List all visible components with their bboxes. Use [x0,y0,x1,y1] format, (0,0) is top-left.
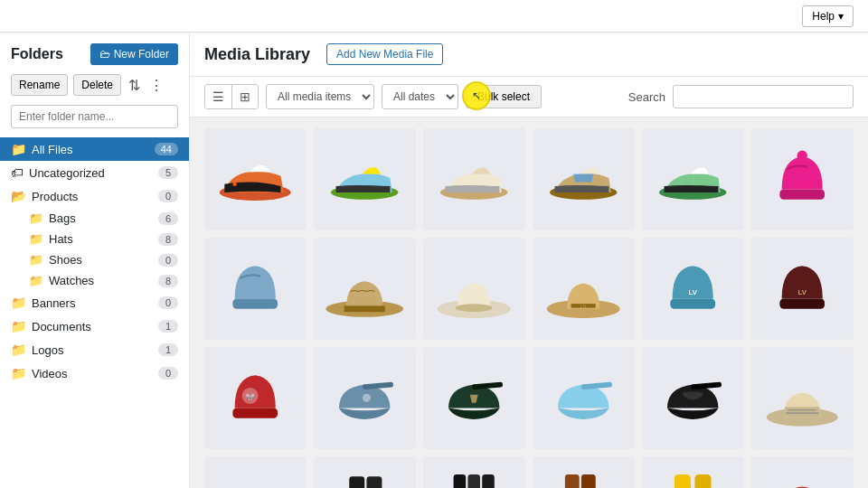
media-item-3[interactable] [423,128,525,230]
svg-text:LV: LV [580,304,587,309]
products-folder-icon: 📂 [11,189,26,203]
content-area: Media Library Add New Media File ☰ ⊞ All… [190,33,868,488]
products-count: 0 [158,190,178,202]
sidebar-item-logos[interactable]: 📁 Logos 1 [0,338,189,361]
sidebar-item-bags[interactable]: 📁 Bags 6 [18,208,189,229]
videos-label: Videos [32,367,158,380]
logos-count: 1 [158,343,178,356]
folder-plus-icon: 🗁 [99,48,110,61]
videos-count: 0 [158,367,178,380]
new-folder-button[interactable]: 🗁 New Folder [90,43,178,65]
cap-thumbnail-17 [652,357,733,438]
media-item-4[interactable] [533,128,635,230]
logos-folder-icon: 📁 [11,343,26,357]
media-item-7[interactable] [204,238,307,340]
sidebar: Folders 🗁 New Folder Rename Delete ⇅ ⋮ 📁… [0,33,190,488]
sidebar-item-documents[interactable]: 📁 Documents 1 [0,314,189,338]
svg-rect-39 [468,474,481,488]
svg-point-24 [363,394,371,402]
content-header: Media Library Add New Media File [190,33,868,77]
media-item-18[interactable] [751,347,854,449]
watches-label: Watches [49,274,158,287]
media-filter-select[interactable]: All media items [266,84,374,109]
media-item-5[interactable] [642,128,744,230]
help-button[interactable]: Help ▾ [802,5,854,27]
media-item-9[interactable] [423,238,525,340]
media-item-13[interactable]: 🐭 [204,347,307,449]
sidebar-item-uncategorized[interactable]: 🏷 Uncategorized 5 [0,161,189,184]
svg-point-7 [797,151,807,161]
bag-thumbnail-24 [761,466,843,488]
media-item-8[interactable] [314,238,416,340]
top-bar: Help ▾ [0,0,868,33]
media-item-10[interactable]: LV [533,238,635,340]
add-media-button[interactable]: Add New Media File [326,43,443,65]
sidebar-item-products[interactable]: 📂 Products 0 [0,184,189,208]
svg-text:LV: LV [798,288,807,296]
media-item-15[interactable] [423,347,525,449]
shoe-thumbnail-4 [542,138,624,220]
cap-thumbnail-16 [542,357,624,438]
media-grid-container: LV LV LV [190,117,868,488]
widebrim-thumbnail-10: LV [542,248,624,329]
svg-rect-33 [367,477,382,488]
media-item-21[interactable] [423,456,525,488]
media-item-11[interactable]: LV [642,238,744,340]
more-options-icon[interactable]: ⋮ [147,75,165,96]
media-item-1[interactable] [204,128,307,230]
svg-rect-40 [483,474,495,488]
hats-count: 8 [158,233,178,246]
media-item-22[interactable]: LV LV LV LV LV LV [533,456,635,488]
sidebar-item-all-files[interactable]: 📁 All Files 44 [0,137,189,161]
help-arrow: ▾ [838,10,844,23]
widebrim-thumbnail-9 [433,248,514,329]
media-item-6[interactable] [751,128,854,230]
shoe-thumbnail-2 [324,138,405,220]
media-item-20[interactable] [314,456,416,488]
shoe-thumbnail-3 [433,138,514,220]
sidebar-header: Folders 🗁 New Folder [0,43,189,74]
list-view-button[interactable]: ☰ [205,85,232,108]
svg-rect-6 [780,190,826,200]
sidebar-actions: Rename Delete ⇅ ⋮ [0,74,189,105]
sidebar-item-shoes[interactable]: 📁 Shoes 0 [18,249,189,270]
view-toggle: ☰ ⊞ [204,84,259,109]
bulk-select-button[interactable]: Bulk select [466,85,542,108]
sidebar-item-watches[interactable]: 📁 Watches 8 [18,270,189,291]
folder-search-input[interactable] [11,105,178,128]
sunhat2-thumbnail-18 [761,357,843,438]
hats-label: Hats [49,232,158,246]
sort-icon[interactable]: ⇅ [127,75,142,96]
bags-folder-icon: 📁 [29,211,43,225]
sunhat-thumbnail-8 [324,248,405,329]
media-item-17[interactable] [642,347,744,449]
date-filter-select[interactable]: All dates [382,84,458,109]
sidebar-item-hats[interactable]: 📁 Hats 8 [18,229,189,249]
folder-list: 📁 All Files 44 🏷 Uncategorized 5 📂 Produ… [0,137,189,477]
banners-folder-icon: 📁 [11,296,26,310]
svg-rect-16 [671,299,716,309]
media-item-24[interactable] [751,456,854,488]
sidebar-title: Folders [11,46,63,62]
media-item-16[interactable] [533,347,635,449]
cap-thumbnail-15 [433,357,514,438]
grid-view-button[interactable]: ⊞ [232,85,258,108]
sidebar-item-banners[interactable]: 📁 Banners 0 [0,291,189,314]
media-item-19[interactable] [204,456,307,488]
sidebar-item-videos[interactable]: 📁 Videos 0 [0,361,189,385]
search-input[interactable] [673,85,854,108]
beanie-thumbnail-7 [214,248,296,329]
svg-rect-32 [350,477,365,488]
shoes-count: 0 [158,254,178,267]
beanie-thumbnail-6 [761,138,843,220]
media-item-23[interactable] [642,456,744,488]
delete-button[interactable]: Delete [73,74,121,96]
documents-label: Documents [32,320,158,333]
media-item-2[interactable] [314,128,416,230]
rename-button[interactable]: Rename [11,74,68,96]
new-folder-label: New Folder [114,48,169,61]
help-label: Help [812,10,835,23]
page-title: Media Library [204,45,310,64]
media-item-12[interactable]: LV [751,238,854,340]
media-item-14[interactable] [314,347,416,449]
